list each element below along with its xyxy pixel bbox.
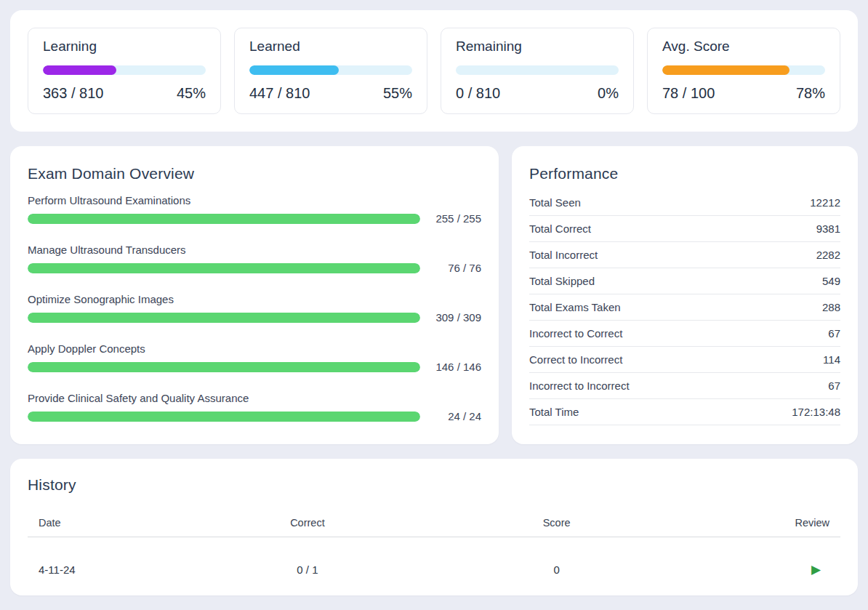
domain-progress-fill — [28, 214, 420, 224]
review-play-button[interactable]: ▶ — [810, 562, 829, 577]
domain-label: Manage Ultrasound Transducers — [28, 244, 481, 256]
performance-label: Incorrect to Incorrect — [529, 380, 630, 392]
stat-percent: 0% — [598, 85, 619, 102]
stat-percent: 45% — [177, 85, 206, 102]
domain-label: Optimize Sonographic Images — [28, 293, 481, 305]
exam-domain-overview-title: Exam Domain Overview — [28, 165, 481, 182]
performance-value: 172:13:48 — [792, 406, 840, 418]
progress-fill-learned — [249, 65, 339, 75]
stat-fraction: 363 / 810 — [43, 85, 103, 102]
play-icon: ▶ — [811, 563, 821, 577]
stat-card-remaining: Remaining 0 / 810 0% — [441, 28, 634, 114]
domain-progress-fill — [28, 412, 420, 422]
performance-label: Correct to Incorrect — [529, 353, 622, 366]
progress-track — [249, 65, 412, 75]
stat-title: Learning — [43, 39, 206, 55]
progress-track — [662, 65, 825, 75]
performance-row: Incorrect to Correct 67 — [529, 321, 840, 347]
history-header-score: Score — [387, 517, 727, 529]
performance-label: Total Correct — [529, 222, 591, 235]
domain-progress-fill — [28, 263, 420, 273]
performance-value: 549 — [822, 275, 840, 287]
history-header-review: Review — [727, 517, 829, 529]
performance-value: 2282 — [816, 249, 840, 261]
performance-label: Incorrect to Correct — [529, 327, 622, 340]
progress-fill-learning — [43, 65, 116, 75]
stat-fraction: 0 / 810 — [456, 85, 500, 102]
middle-section: Exam Domain Overview Perform Ultrasound … — [10, 146, 858, 444]
performance-title: Performance — [529, 165, 840, 182]
performance-label: Total Seen — [529, 196, 581, 209]
stat-card-avg-score: Avg. Score 78 / 100 78% — [647, 28, 840, 114]
performance-label: Total Time — [529, 406, 579, 418]
performance-value: 67 — [828, 380, 840, 392]
stat-percent: 55% — [383, 85, 412, 102]
domain-item: Provide Clinical Safety and Quality Assu… — [28, 392, 481, 422]
performance-row: Incorrect to Incorrect 67 — [529, 373, 840, 399]
domain-progress-track — [28, 313, 420, 323]
dashboard-page: Learning 363 / 810 45% Learned 447 / 810… — [0, 0, 868, 606]
performance-row: Total Seen 12212 — [529, 190, 840, 216]
exam-domain-overview-card: Exam Domain Overview Perform Ultrasound … — [10, 146, 499, 444]
performance-card: Performance Total Seen 12212 Total Corre… — [512, 146, 858, 444]
stat-percent: 78% — [796, 85, 825, 102]
domain-progress-fill — [28, 313, 420, 323]
stats-panel: Learning 363 / 810 45% Learned 447 / 810… — [10, 10, 858, 132]
stat-fraction: 447 / 810 — [249, 85, 310, 102]
domain-progress-track — [28, 263, 420, 273]
domain-item: Apply Doppler Concepts 146 / 146 — [28, 342, 481, 373]
domain-value: 146 / 146 — [429, 361, 481, 373]
history-score: 0 — [387, 563, 727, 576]
performance-value: 9381 — [816, 222, 840, 235]
history-title: History — [28, 476, 840, 494]
performance-row: Total Exams Taken 288 — [529, 294, 840, 321]
performance-row: Total Time 172:13:48 — [529, 399, 840, 425]
stat-card-learning: Learning 363 / 810 45% — [28, 28, 221, 114]
performance-row: Total Correct 9381 — [529, 216, 840, 242]
performance-label: Total Exams Taken — [529, 301, 621, 313]
progress-fill-avg-score — [662, 65, 789, 75]
domain-item: Manage Ultrasound Transducers 76 / 76 — [28, 244, 481, 274]
stat-card-learned: Learned 447 / 810 55% — [234, 28, 427, 114]
domain-label: Perform Ultrasound Examinations — [28, 194, 481, 206]
domain-progress-fill — [28, 362, 420, 372]
domain-value: 255 / 255 — [429, 212, 481, 225]
domain-item: Optimize Sonographic Images 309 / 309 — [28, 293, 481, 324]
domain-progress-track — [28, 214, 420, 224]
stat-title: Remaining — [456, 39, 619, 55]
performance-row: Total Skipped 549 — [529, 268, 840, 294]
domain-value: 309 / 309 — [429, 311, 481, 324]
domain-label: Apply Doppler Concepts — [28, 342, 481, 355]
history-header-row: Date Correct Score Review — [28, 508, 840, 537]
domain-value: 76 / 76 — [429, 262, 481, 274]
history-row: 4-11-24 0 / 1 0 ▶ — [28, 537, 840, 595]
domain-progress-track — [28, 412, 420, 422]
history-card: History Date Correct Score Review 4-11-2… — [10, 459, 858, 595]
performance-value: 12212 — [810, 196, 840, 209]
performance-value: 114 — [823, 353, 840, 366]
performance-value: 288 — [822, 301, 840, 313]
domain-value: 24 / 24 — [429, 410, 481, 422]
performance-row: Total Incorrect 2282 — [529, 242, 840, 268]
history-header-correct: Correct — [228, 517, 387, 529]
progress-track — [43, 65, 206, 75]
stat-title: Learned — [249, 39, 412, 55]
stat-fraction: 78 / 100 — [662, 85, 715, 102]
domain-label: Provide Clinical Safety and Quality Assu… — [28, 392, 481, 404]
domain-item: Perform Ultrasound Examinations 255 / 25… — [28, 194, 481, 225]
performance-value: 67 — [828, 327, 840, 340]
performance-label: Total Skipped — [529, 275, 595, 287]
stat-title: Avg. Score — [662, 39, 825, 55]
domain-progress-track — [28, 362, 420, 372]
history-header-date: Date — [39, 517, 228, 529]
performance-label: Total Incorrect — [529, 249, 598, 261]
history-date: 4-11-24 — [39, 563, 228, 576]
performance-row: Correct to Incorrect 114 — [529, 347, 840, 373]
history-correct: 0 / 1 — [228, 563, 387, 576]
progress-track — [456, 65, 619, 75]
